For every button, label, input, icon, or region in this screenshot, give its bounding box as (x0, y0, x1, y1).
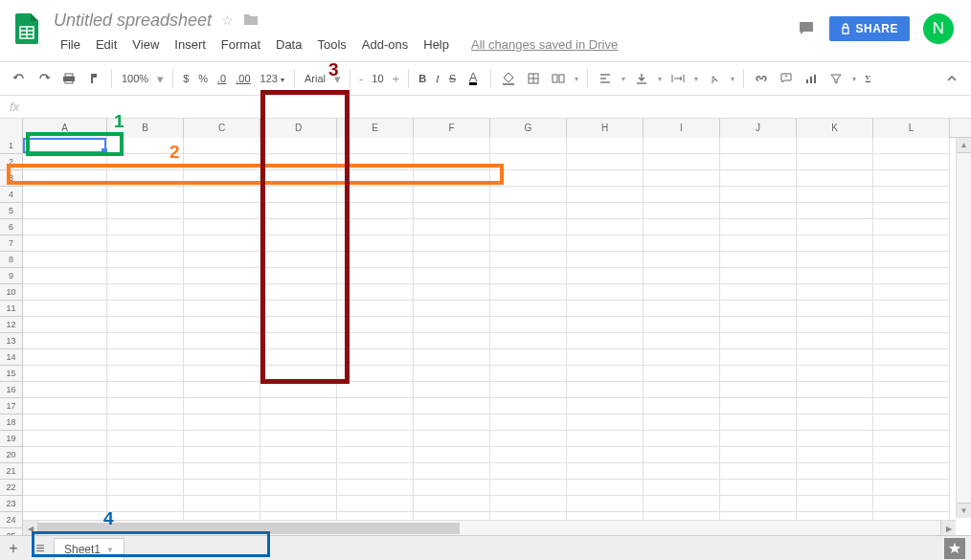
cell-G17[interactable] (490, 398, 567, 414)
cell-H23[interactable] (567, 496, 644, 512)
cell-A7[interactable] (23, 235, 107, 252)
cell-E15[interactable] (337, 366, 414, 382)
cell-K2[interactable] (797, 154, 873, 170)
cell-K22[interactable] (797, 480, 873, 496)
cell-L9[interactable] (873, 268, 950, 284)
menu-tools[interactable]: Tools (310, 35, 352, 54)
cell-K8[interactable] (797, 252, 873, 268)
cell-D20[interactable] (260, 447, 337, 463)
font-select[interactable]: Arial (301, 73, 329, 84)
col-header-B[interactable]: B (107, 119, 184, 138)
cell-I14[interactable] (644, 349, 720, 366)
cell-I22[interactable] (644, 480, 720, 496)
cell-K13[interactable] (797, 333, 873, 349)
cell-H7[interactable] (567, 235, 644, 252)
cell-H20[interactable] (567, 447, 644, 463)
cell-J1[interactable] (720, 138, 797, 154)
cell-F22[interactable] (414, 480, 490, 496)
cell-I3[interactable] (644, 170, 720, 187)
cell-I5[interactable] (644, 203, 720, 219)
row-header-22[interactable]: 22 (0, 480, 23, 496)
cell-C13[interactable] (184, 333, 260, 349)
cell-K20[interactable] (797, 447, 873, 463)
cell-A4[interactable] (23, 187, 107, 203)
cell-F19[interactable] (414, 431, 490, 447)
comments-button[interactable] (797, 19, 816, 38)
cell-K9[interactable] (797, 268, 873, 284)
row-header-19[interactable]: 19 (0, 431, 23, 447)
cell-G10[interactable] (490, 284, 567, 301)
valign-button[interactable] (630, 67, 653, 90)
cell-B14[interactable] (107, 349, 184, 366)
cell-G12[interactable] (490, 317, 567, 333)
cell-E13[interactable] (337, 333, 414, 349)
cell-E3[interactable] (337, 170, 414, 187)
cell-F18[interactable] (414, 414, 490, 431)
cell-B7[interactable] (107, 235, 184, 252)
cell-E17[interactable] (337, 398, 414, 414)
cell-A6[interactable] (23, 219, 107, 235)
cell-G4[interactable] (490, 187, 567, 203)
cell-I2[interactable] (644, 154, 720, 170)
cell-K19[interactable] (797, 431, 873, 447)
add-sheet-button[interactable]: + (0, 536, 27, 561)
cell-L19[interactable] (873, 431, 950, 447)
dec-less-button[interactable]: .0 (214, 73, 230, 84)
cell-A5[interactable] (23, 203, 107, 219)
cell-I16[interactable] (644, 382, 720, 398)
cell-A12[interactable] (23, 317, 107, 333)
cell-H17[interactable] (567, 398, 644, 414)
cell-C23[interactable] (184, 496, 260, 512)
cell-J2[interactable] (720, 154, 797, 170)
cell-K5[interactable] (797, 203, 873, 219)
dec-more-button[interactable]: .00 (232, 73, 254, 84)
more-formats-button[interactable]: 123 ▾ (257, 73, 288, 84)
cell-D11[interactable] (260, 301, 337, 317)
cell-E5[interactable] (337, 203, 414, 219)
zoom-select[interactable]: 100% (118, 73, 152, 84)
cell-G8[interactable] (490, 252, 567, 268)
halign-button[interactable] (594, 67, 617, 90)
cell-H12[interactable] (567, 317, 644, 333)
undo-button[interactable] (8, 67, 31, 90)
cell-I12[interactable] (644, 317, 720, 333)
cell-H13[interactable] (567, 333, 644, 349)
cell-H19[interactable] (567, 431, 644, 447)
cell-B1[interactable] (107, 138, 184, 154)
cell-A20[interactable] (23, 447, 107, 463)
cell-J14[interactable] (720, 349, 797, 366)
cell-C1[interactable] (184, 138, 260, 154)
row-header-2[interactable]: 2 (0, 154, 23, 170)
borders-button[interactable] (522, 67, 545, 90)
cell-D9[interactable] (260, 268, 337, 284)
cell-F23[interactable] (414, 496, 490, 512)
row-header-13[interactable]: 13 (0, 333, 23, 349)
scroll-right-button[interactable]: ▶ (940, 521, 956, 535)
cell-G7[interactable] (490, 235, 567, 252)
cell-E1[interactable] (337, 138, 414, 154)
scroll-down-button[interactable]: ▼ (957, 503, 971, 518)
col-header-L[interactable]: L (873, 119, 950, 138)
cell-F12[interactable] (414, 317, 490, 333)
cell-H10[interactable] (567, 284, 644, 301)
share-button[interactable]: SHARE (829, 16, 910, 41)
menu-insert[interactable]: Insert (168, 35, 213, 54)
cell-D2[interactable] (260, 154, 337, 170)
cell-J6[interactable] (720, 219, 797, 235)
select-all-corner[interactable] (0, 119, 23, 138)
cell-A9[interactable] (23, 268, 107, 284)
menu-edit[interactable]: Edit (89, 35, 124, 54)
cell-E11[interactable] (337, 301, 414, 317)
cell-E18[interactable] (337, 414, 414, 431)
cell-D23[interactable] (260, 496, 337, 512)
cell-B11[interactable] (107, 301, 184, 317)
cell-L12[interactable] (873, 317, 950, 333)
cell-C21[interactable] (184, 463, 260, 480)
cell-H15[interactable] (567, 366, 644, 382)
cell-E16[interactable] (337, 382, 414, 398)
cell-C4[interactable] (184, 187, 260, 203)
cell-F1[interactable] (414, 138, 490, 154)
cell-J3[interactable] (720, 170, 797, 187)
cell-D10[interactable] (260, 284, 337, 301)
cell-G18[interactable] (490, 414, 567, 431)
